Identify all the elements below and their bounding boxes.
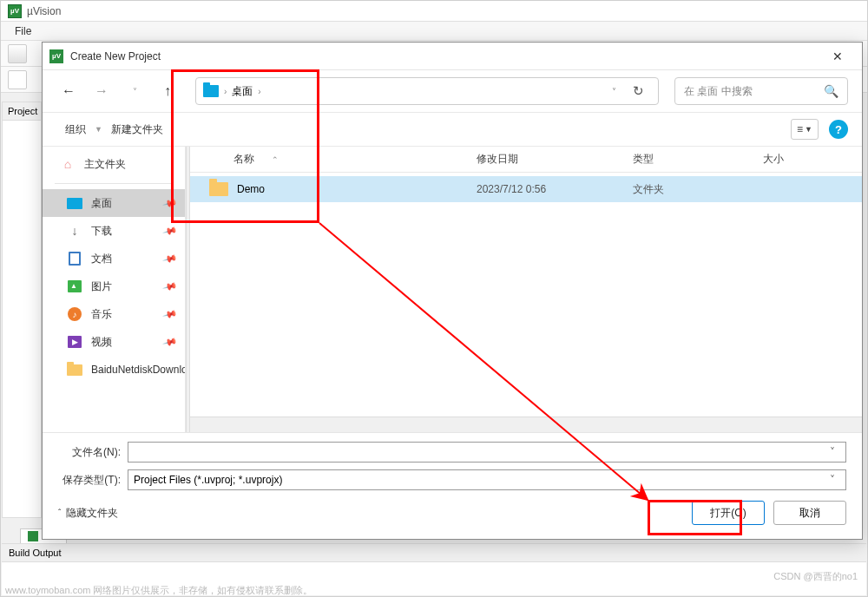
app-icon: µV bbox=[8, 4, 22, 18]
col-type[interactable]: 类型 bbox=[633, 152, 763, 167]
dialog-titlebar: µV Create New Project ✕ bbox=[43, 43, 862, 70]
search-input[interactable]: 在 桌面 中搜索 🔍 bbox=[674, 77, 848, 105]
sidebar-item-music[interactable]: ♪ 音乐 📌 bbox=[43, 300, 185, 328]
menu-file[interactable]: File bbox=[8, 23, 38, 39]
filetype-select[interactable]: Project Files (*.uvproj; *.uvprojx) ˅ bbox=[128, 469, 846, 490]
pin-icon: 📌 bbox=[162, 279, 179, 294]
sidebar-item-downloads[interactable]: ↓ 下载 📌 bbox=[43, 217, 185, 245]
file-area: 名称 ⌃ 修改日期 类型 大小 Demo 2023/7/12 0:56 文件夹 bbox=[190, 147, 862, 432]
search-icon: 🔍 bbox=[824, 84, 838, 98]
refresh-button[interactable]: ↻ bbox=[625, 78, 651, 104]
chevron-down-icon[interactable]: ˅ bbox=[825, 446, 840, 458]
project-tab-icon bbox=[28, 531, 38, 541]
sidebar-item-videos[interactable]: ▶ 视频 📌 bbox=[43, 328, 185, 356]
dialog-bottom: 文件名(N): ˅ 保存类型(T): Project Files (*.uvpr… bbox=[43, 432, 862, 539]
sidebar-item-label: 音乐 bbox=[91, 307, 112, 322]
nav-forward-button[interactable]: → bbox=[89, 79, 114, 103]
filetype-value: Project Files (*.uvproj; *.uvprojx) bbox=[134, 474, 825, 486]
chevron-right-icon: › bbox=[224, 87, 227, 96]
chevron-down-icon[interactable]: ˅ bbox=[825, 474, 840, 486]
sidebar-divider bbox=[55, 183, 173, 184]
project-panel-header: Project bbox=[3, 102, 41, 121]
newfolder-button[interactable]: 新建文件夹 bbox=[102, 119, 172, 141]
nav-recent-button[interactable]: ˅ bbox=[122, 79, 147, 103]
pin-icon: 📌 bbox=[162, 223, 179, 239]
organize-button[interactable]: 组织 bbox=[56, 119, 95, 141]
build-output-header: Build Output bbox=[2, 543, 866, 562]
file-dialog: µV Create New Project ✕ ← → ˅ ↑ › 桌面 › ˅… bbox=[42, 42, 863, 540]
dialog-toolbar: 组织 ▼ 新建文件夹 ≡ ▼ ? bbox=[43, 112, 862, 147]
toolbar-btn-new[interactable] bbox=[8, 44, 27, 63]
sidebar-item-home[interactable]: ⌂ 主文件夹 bbox=[43, 150, 185, 178]
sidebar-item-baidu[interactable]: BaiduNetdiskDownload bbox=[43, 356, 185, 384]
horizontal-scrollbar[interactable] bbox=[190, 417, 862, 432]
folder-icon bbox=[209, 182, 228, 196]
filename-label: 文件名(N): bbox=[58, 445, 121, 460]
column-headers: 名称 ⌃ 修改日期 类型 大小 bbox=[190, 147, 862, 173]
chevron-up-icon: ˆ bbox=[58, 508, 61, 518]
search-placeholder: 在 桌面 中搜索 bbox=[684, 84, 824, 99]
app-title: µVision bbox=[27, 5, 61, 17]
dialog-body: ⌂ 主文件夹 桌面 📌 ↓ 下载 📌 文档 📌 图片 bbox=[43, 147, 862, 432]
breadcrumb-current: 桌面 bbox=[232, 84, 253, 99]
menubar: File bbox=[1, 22, 867, 41]
help-button[interactable]: ? bbox=[829, 120, 848, 139]
file-date: 2023/7/12 0:56 bbox=[477, 183, 633, 195]
cancel-button[interactable]: 取消 bbox=[773, 501, 846, 525]
folder-icon bbox=[67, 364, 82, 376]
hide-folders-toggle[interactable]: ˆ 隐藏文件夹 bbox=[58, 506, 118, 521]
breadcrumb-dropdown-icon[interactable]: ˅ bbox=[608, 87, 620, 96]
col-name[interactable]: 名称 bbox=[233, 152, 254, 167]
sidebar-item-label: 主文件夹 bbox=[84, 157, 126, 172]
sidebar-item-label: 桌面 bbox=[91, 196, 112, 211]
footnote: www.toymoban.com 网络图片仅供展示，非存储，如有侵权请联系删除。 bbox=[5, 584, 312, 597]
toolbar-btn[interactable] bbox=[8, 70, 27, 89]
pin-icon: 📌 bbox=[162, 334, 179, 350]
file-type: 文件夹 bbox=[633, 182, 763, 197]
view-mode-button[interactable]: ≡ ▼ bbox=[791, 119, 819, 140]
project-panel: Project bbox=[2, 102, 42, 518]
music-icon: ♪ bbox=[68, 307, 82, 321]
home-icon: ⌂ bbox=[60, 157, 76, 171]
pictures-icon bbox=[68, 280, 82, 292]
dialog-nav: ← → ˅ ↑ › 桌面 › ˅ ↻ 在 桌面 中搜索 🔍 bbox=[43, 70, 862, 112]
sidebar-item-pictures[interactable]: 图片 📌 bbox=[43, 272, 185, 300]
file-list: Demo 2023/7/12 0:56 文件夹 bbox=[190, 173, 862, 417]
pin-icon: 📌 bbox=[162, 306, 179, 322]
filetype-label: 保存类型(T): bbox=[58, 473, 121, 488]
documents-icon bbox=[69, 252, 81, 266]
videos-icon: ▶ bbox=[68, 336, 82, 348]
sidebar-item-label: 图片 bbox=[91, 279, 112, 294]
sidebar-item-label: 下载 bbox=[91, 224, 112, 239]
sidebar-item-label: 视频 bbox=[91, 335, 112, 350]
desktop-small-icon bbox=[203, 85, 219, 97]
open-button[interactable]: 打开(O) bbox=[692, 501, 765, 525]
nav-back-button[interactable]: ← bbox=[56, 79, 81, 103]
pin-icon: 📌 bbox=[162, 251, 179, 266]
sort-indicator-icon: ⌃ bbox=[272, 155, 279, 164]
desktop-icon bbox=[67, 198, 82, 209]
main-titlebar: µV µVision bbox=[1, 1, 867, 22]
sidebar-item-label: 文档 bbox=[91, 252, 112, 266]
sidebar-item-desktop[interactable]: 桌面 📌 bbox=[43, 189, 185, 217]
watermark: CSDN @西晋的no1 bbox=[773, 570, 858, 583]
file-row[interactable]: Demo 2023/7/12 0:56 文件夹 bbox=[190, 176, 862, 202]
col-size[interactable]: 大小 bbox=[763, 152, 850, 167]
download-icon: ↓ bbox=[67, 224, 82, 238]
file-name: Demo bbox=[237, 183, 265, 195]
dialog-icon: µV bbox=[49, 49, 63, 63]
filename-input[interactable]: ˅ bbox=[128, 442, 846, 463]
dialog-title: Create New Project bbox=[70, 50, 820, 62]
hide-folders-label: 隐藏文件夹 bbox=[66, 506, 118, 521]
close-button[interactable]: ✕ bbox=[820, 43, 855, 69]
sidebar-item-documents[interactable]: 文档 📌 bbox=[43, 245, 185, 272]
sidebar-item-label: BaiduNetdiskDownload bbox=[91, 364, 186, 376]
chevron-right-icon: › bbox=[258, 87, 260, 96]
nav-up-button[interactable]: ↑ bbox=[155, 79, 180, 103]
col-date[interactable]: 修改日期 bbox=[477, 152, 633, 167]
breadcrumb[interactable]: › 桌面 › ˅ ↻ bbox=[195, 77, 659, 105]
pin-icon: 📌 bbox=[162, 195, 179, 211]
sidebar: ⌂ 主文件夹 桌面 📌 ↓ 下载 📌 文档 📌 图片 bbox=[43, 147, 186, 432]
